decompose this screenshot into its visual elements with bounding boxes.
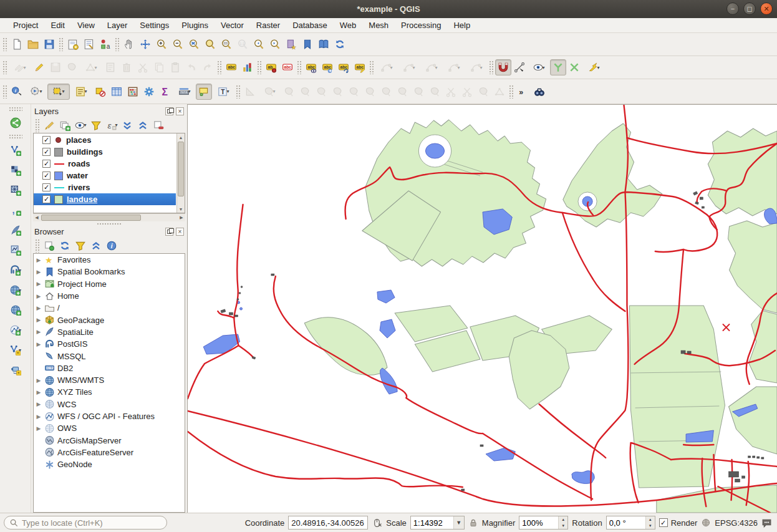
filter-browser-button[interactable] <box>73 238 88 253</box>
expand-all-button[interactable] <box>120 118 135 132</box>
menu-view[interactable]: View <box>72 19 100 31</box>
browser-item-root[interactable]: ▶/ <box>34 302 185 314</box>
layers-horizontal-scrollbar[interactable]: ◀ ▶ <box>33 213 185 221</box>
rotation-spin[interactable]: ▲▼ <box>606 516 655 530</box>
zoom-last-button[interactable] <box>251 36 267 52</box>
spin-up-icon[interactable]: ▲ <box>646 516 655 523</box>
browser-panel-float-button[interactable] <box>165 228 173 236</box>
add-postgis-layer-button[interactable]: ▾ <box>6 261 25 279</box>
rotation-input[interactable] <box>607 518 645 528</box>
browser-panel-close-button[interactable]: × <box>176 228 184 236</box>
snapping-options-button[interactable]: ▾ <box>528 59 550 75</box>
osm-place-search-button[interactable] <box>531 84 548 100</box>
add-virtual-layer-button[interactable] <box>6 241 25 259</box>
zoom-next-button[interactable] <box>267 36 283 52</box>
scrollbar-thumb[interactable] <box>41 215 141 221</box>
layer-item-places[interactable]: ✓places <box>34 134 176 146</box>
browser-item-favorites[interactable]: ▶★Favorites <box>34 254 185 266</box>
snap-on-intersection-button[interactable] <box>566 59 582 75</box>
expand-arrow-icon[interactable]: ▶ <box>36 269 42 275</box>
browser-item-wms-wmts[interactable]: ▶WMS/WMTS <box>34 374 185 386</box>
expand-arrow-icon[interactable]: ▶ <box>36 305 42 311</box>
run-feature-action-button[interactable]: ▾ <box>25 84 47 100</box>
spin-down-icon[interactable]: ▼ <box>559 523 567 529</box>
browser-item-geonode[interactable]: GeoNode <box>34 458 185 470</box>
zoom-full-button[interactable] <box>186 36 202 52</box>
collapse-all-browser-button[interactable] <box>89 238 104 253</box>
scale-combo[interactable]: ▼ <box>410 516 465 530</box>
refresh-map-button[interactable] <box>332 36 348 52</box>
log-messages-icon[interactable] <box>761 518 772 528</box>
measure-button[interactable]: ▾ <box>173 84 196 100</box>
add-vector-layer-button[interactable] <box>6 141 25 160</box>
browser-item-ows[interactable]: ▶OWS <box>34 422 185 434</box>
scroll-up-icon[interactable]: ▲ <box>177 133 185 141</box>
spin-down-icon[interactable]: ▼ <box>646 523 655 529</box>
expand-arrow-icon[interactable]: ▶ <box>36 389 42 395</box>
layer-checkbox[interactable]: ✓ <box>42 172 51 180</box>
enable-snapping-button[interactable] <box>495 59 511 75</box>
show-bookmark-manager-button[interactable] <box>316 36 332 52</box>
text-annotation-button[interactable]: T▾ <box>212 84 234 100</box>
filter-legend-button[interactable] <box>89 118 104 132</box>
expand-arrow-icon[interactable]: ▶ <box>36 329 42 335</box>
statistical-summary-button[interactable]: Σ <box>157 84 173 100</box>
select-by-value-button[interactable]: ▾ <box>70 84 92 100</box>
open-layer-styling-button[interactable] <box>42 118 57 132</box>
show-layout-manager-button[interactable] <box>81 36 97 52</box>
new-vector-layer-button[interactable]: *▾ <box>6 341 25 359</box>
scale-input[interactable] <box>411 518 453 528</box>
expand-arrow-icon[interactable]: ▶ <box>36 341 42 347</box>
save-project-button[interactable] <box>41 36 57 52</box>
browser-item-xyz-tiles[interactable]: ▶XYZ Tiles <box>34 386 185 398</box>
pin-labels-button[interactable]: ab <box>263 59 279 75</box>
new-print-layout-button[interactable] <box>65 36 81 52</box>
rotate-label-button[interactable]: abc <box>335 59 352 75</box>
toolbar-overflow-button[interactable]: » <box>515 84 531 100</box>
zoom-in-button[interactable] <box>153 36 170 52</box>
layer-checkbox[interactable]: ✓ <box>42 148 51 156</box>
magnifier-input[interactable] <box>519 518 558 528</box>
browser-item-arcgisfeatureserver[interactable]: ArcGisFeatureServer <box>34 447 185 458</box>
scroll-down-icon[interactable]: ▼ <box>177 205 185 213</box>
expand-arrow-icon[interactable]: ▶ <box>36 293 42 299</box>
magnifier-spin[interactable]: ▲▼ <box>519 516 568 530</box>
processing-toolbox-button[interactable] <box>141 84 157 100</box>
minimize-button[interactable]: − <box>726 2 739 15</box>
layer-labeling-options-button[interactable]: abc <box>223 59 239 75</box>
menu-database[interactable]: Database <box>287 19 333 31</box>
menu-mesh[interactable]: Mesh <box>363 19 394 31</box>
expand-arrow-icon[interactable]: ▶ <box>36 414 42 420</box>
crs-globe-icon[interactable] <box>701 518 711 528</box>
move-label-button[interactable]: abc <box>319 59 335 75</box>
open-project-button[interactable] <box>25 36 41 52</box>
collapse-all-button[interactable] <box>135 118 150 132</box>
add-selected-layers-button[interactable] <box>42 238 57 253</box>
browser-item-spatial-bookmarks[interactable]: ▶Spatial Bookmarks <box>34 266 185 278</box>
menu-web[interactable]: Web <box>334 19 362 31</box>
zoom-out-button[interactable] <box>170 36 186 52</box>
layer-item-water[interactable]: ✓water <box>34 170 176 181</box>
menu-layer[interactable]: Layer <box>102 19 133 31</box>
manage-map-themes-button[interactable]: ▾ <box>73 118 88 132</box>
vertex-tool-all-layers-button[interactable] <box>511 59 528 75</box>
lock-scale-icon[interactable] <box>468 518 478 528</box>
add-group-button[interactable] <box>57 118 72 132</box>
expand-arrow-icon[interactable]: ▶ <box>36 257 42 263</box>
layers-vertical-scrollbar[interactable]: ▲ ▼ <box>176 133 185 213</box>
map-canvas[interactable] <box>187 104 777 513</box>
new-gpx-layer-button[interactable]: * <box>6 360 25 379</box>
menu-raster[interactable]: Raster <box>251 19 286 31</box>
change-label-button[interactable]: abc <box>352 59 368 75</box>
layer-checkbox[interactable]: ✓ <box>42 195 51 203</box>
layers-panel-close-button[interactable]: × <box>176 107 184 115</box>
zoom-to-layer-button[interactable] <box>218 36 234 52</box>
remove-layer-button[interactable] <box>151 118 166 132</box>
locate-input[interactable] <box>22 518 162 528</box>
deselect-all-button[interactable] <box>92 84 109 100</box>
menu-plugins[interactable]: Plugins <box>176 19 214 31</box>
browser-item-spatialite[interactable]: ▶SpatiaLite <box>34 326 185 338</box>
highlight-pinned-labels-button[interactable]: abc <box>279 59 296 75</box>
show-hide-labels-button[interactable]: abc <box>303 59 319 75</box>
browser-item-project-home[interactable]: ▶Project Home <box>34 278 185 290</box>
